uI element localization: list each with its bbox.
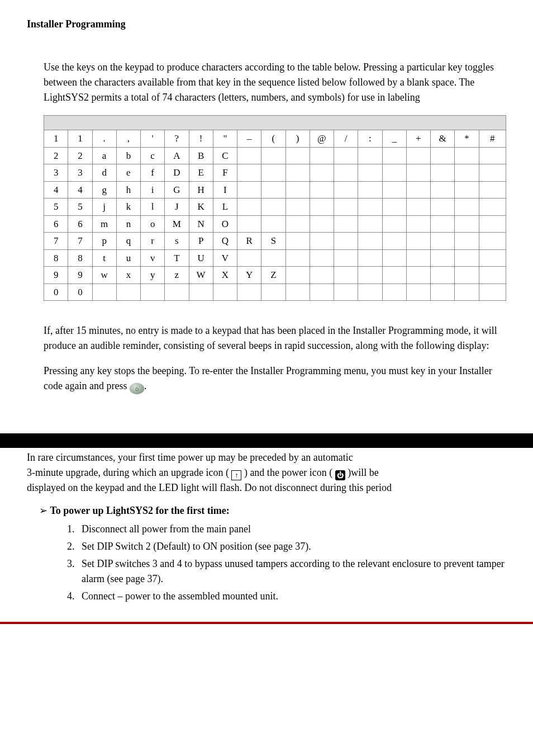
char-cell: u xyxy=(116,249,140,267)
char-cell xyxy=(358,199,382,216)
char-cell xyxy=(382,249,406,267)
char-cell: P xyxy=(189,233,213,250)
char-cell xyxy=(237,284,261,301)
char-cell xyxy=(406,199,430,216)
char-cell: f xyxy=(141,164,165,182)
char-cell xyxy=(431,147,455,164)
char-cell: 0 xyxy=(68,284,92,301)
char-cell: 8 xyxy=(68,249,92,267)
char-cell: L xyxy=(213,199,237,216)
char-cell: v xyxy=(141,249,165,267)
note-line2b: ) and the power icon ( xyxy=(244,467,335,478)
page-header: Installer Programming xyxy=(27,17,506,32)
char-cell xyxy=(431,233,455,250)
char-cell xyxy=(237,164,261,182)
char-cell xyxy=(406,233,430,250)
table-row: 33defDEF xyxy=(44,164,506,182)
char-cell xyxy=(261,284,285,301)
char-cell xyxy=(479,147,506,164)
char-cell: z xyxy=(165,267,189,284)
char-cell: g xyxy=(92,181,116,199)
key-cell: 5 xyxy=(44,199,68,216)
char-cell: Y xyxy=(237,267,261,284)
char-cell: F xyxy=(213,164,237,182)
char-cell xyxy=(431,284,455,301)
char-cell xyxy=(310,199,334,216)
char-cell xyxy=(479,199,506,216)
char-cell xyxy=(334,284,358,301)
key-cell: 4 xyxy=(44,181,68,199)
reenter-paragraph: Pressing any key stops the beeping. To r… xyxy=(44,363,506,394)
char-cell: 5 xyxy=(68,199,92,216)
key-cell: 8 xyxy=(44,249,68,267)
upgrade-icon: ↑ xyxy=(231,470,241,480)
char-cell xyxy=(406,284,430,301)
char-cell: s xyxy=(165,233,189,250)
char-cell: w xyxy=(92,267,116,284)
char-cell: J xyxy=(165,199,189,216)
key-cell: 7 xyxy=(44,233,68,250)
char-cell: & xyxy=(431,130,455,148)
procedure-heading: To power up LightSYS2 for the first time… xyxy=(55,503,506,518)
char-cell xyxy=(406,249,430,267)
char-cell xyxy=(310,181,334,199)
char-cell: G xyxy=(165,181,189,199)
char-cell: ' xyxy=(141,130,165,148)
char-cell xyxy=(382,199,406,216)
char-cell: X xyxy=(213,267,237,284)
char-cell xyxy=(310,215,334,233)
char-cell: O xyxy=(213,215,237,233)
char-cell xyxy=(92,284,116,301)
char-cell xyxy=(334,215,358,233)
char-cell xyxy=(285,164,310,182)
char-cell xyxy=(406,147,430,164)
char-cell: I xyxy=(213,181,237,199)
char-cell xyxy=(334,249,358,267)
table-row: 44ghiGHI xyxy=(44,181,506,199)
char-cell xyxy=(285,215,310,233)
char-cell xyxy=(334,199,358,216)
char-cell: j xyxy=(92,199,116,216)
char-cell xyxy=(334,181,358,199)
char-cell xyxy=(382,267,406,284)
char-cell xyxy=(285,284,310,301)
char-cell: n xyxy=(116,215,140,233)
char-cell xyxy=(310,267,334,284)
table-row: 66mnoMNO xyxy=(44,215,506,233)
char-cell xyxy=(237,199,261,216)
table-row: 00 xyxy=(44,284,506,301)
char-cell: ! xyxy=(189,130,213,148)
char-cell xyxy=(237,215,261,233)
list-item: Set DIP Switch 2 (Default) to ON positio… xyxy=(77,538,506,555)
char-cell xyxy=(358,233,382,250)
char-cell xyxy=(285,181,310,199)
note-line1: In rare circumstances, your first time p… xyxy=(27,452,353,463)
intro-paragraph: Use the keys on the keypad to produce ch… xyxy=(44,60,506,105)
char-cell xyxy=(261,181,285,199)
char-cell xyxy=(261,215,285,233)
char-cell: S xyxy=(261,233,285,250)
char-cell xyxy=(310,147,334,164)
char-cell: b xyxy=(116,147,140,164)
keypad-character-table: 11.,'?!"–()@/:_+&*#22abcABC33defDEF44ghi… xyxy=(44,115,506,301)
table-row: 99wxyzWXYZ xyxy=(44,267,506,284)
key-cell: 1 xyxy=(44,130,68,148)
char-cell: e xyxy=(116,164,140,182)
char-cell xyxy=(358,164,382,182)
char-cell xyxy=(237,147,261,164)
char-cell: r xyxy=(141,233,165,250)
char-cell: 3 xyxy=(68,164,92,182)
char-cell: k xyxy=(116,199,140,216)
char-cell xyxy=(189,284,213,301)
char-cell: ) xyxy=(285,130,310,148)
char-cell xyxy=(261,249,285,267)
char-cell xyxy=(334,147,358,164)
char-cell: – xyxy=(237,130,261,148)
char-cell: B xyxy=(189,147,213,164)
char-cell: A xyxy=(165,147,189,164)
char-cell xyxy=(382,233,406,250)
char-cell xyxy=(358,267,382,284)
char-cell: @ xyxy=(310,130,334,148)
char-cell xyxy=(479,233,506,250)
char-cell: D xyxy=(165,164,189,182)
